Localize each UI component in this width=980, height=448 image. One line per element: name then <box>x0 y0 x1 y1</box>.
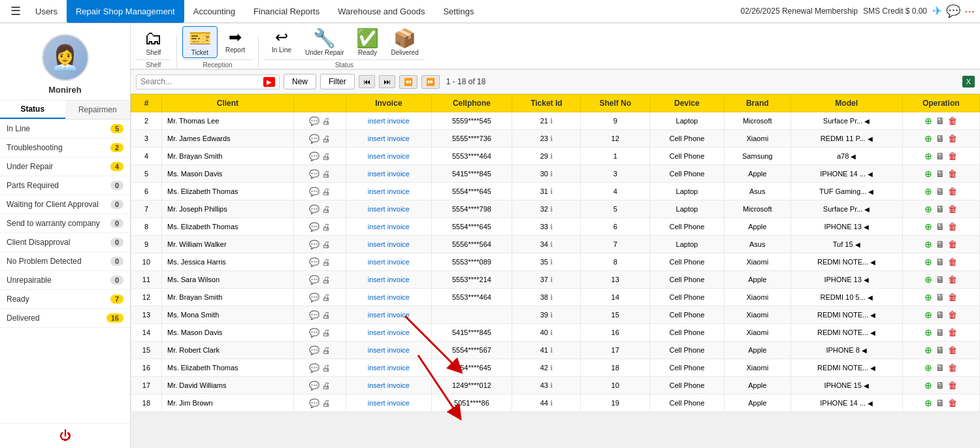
last-page-button[interactable]: ⏩ <box>421 75 440 89</box>
menu-icon[interactable]: ☰ <box>5 4 26 18</box>
delete-op-icon[interactable]: 🗑 <box>948 292 957 302</box>
print-icon[interactable]: 🖨 <box>322 169 331 179</box>
info-icon[interactable]: ℹ <box>550 276 553 283</box>
info-icon[interactable]: ℹ <box>550 258 553 266</box>
delete-op-icon[interactable]: 🗑 <box>948 239 957 249</box>
model-arrow-icon[interactable]: ◀ <box>864 206 870 213</box>
comment-icon[interactable]: 💬 <box>309 310 319 320</box>
add-op-icon[interactable]: ⊕ <box>924 168 932 179</box>
add-op-icon[interactable]: ⊕ <box>924 186 932 197</box>
screen-op-icon[interactable]: 🖥 <box>936 204 945 214</box>
info-icon[interactable]: ℹ <box>550 187 553 195</box>
sidebar-status-item[interactable]: Under Repair 4 <box>0 157 130 176</box>
new-button[interactable]: New <box>284 74 316 89</box>
print-icon[interactable]: 🖨 <box>322 257 331 267</box>
first-page-button[interactable]: ⏮ <box>359 75 375 88</box>
comment-icon[interactable]: 💬 <box>309 116 319 126</box>
prev-page-button[interactable]: ⏪ <box>399 75 417 89</box>
model-arrow-icon[interactable]: ◀ <box>868 135 873 142</box>
print-icon[interactable]: 🖨 <box>322 381 331 391</box>
model-arrow-icon[interactable]: ◀ <box>855 241 860 248</box>
info-icon[interactable]: ℹ <box>550 240 553 248</box>
info-icon[interactable]: ℹ <box>550 328 553 336</box>
sidebar-status-item[interactable]: Unrepairable 0 <box>0 271 130 290</box>
print-icon[interactable]: 🖨 <box>322 222 331 232</box>
screen-op-icon[interactable]: 🖥 <box>936 221 945 232</box>
info-icon[interactable]: ℹ <box>550 117 553 125</box>
comment-icon[interactable]: 💬 <box>309 381 319 391</box>
cell-invoice[interactable]: insert invoice <box>346 377 431 394</box>
nav-financial-reports[interactable]: Financial Reports <box>244 0 329 23</box>
add-op-icon[interactable]: ⊕ <box>924 257 932 267</box>
comment-icon[interactable]: 💬 <box>309 204 319 214</box>
cell-invoice[interactable]: insert invoice <box>346 271 431 289</box>
comment-icon[interactable]: 💬 <box>309 328 319 338</box>
print-icon[interactable]: 🖨 <box>322 363 331 373</box>
info-icon[interactable]: ℹ <box>550 223 553 231</box>
info-icon[interactable]: ℹ <box>550 381 553 389</box>
cell-invoice[interactable]: insert invoice <box>346 200 431 218</box>
sidebar-status-item[interactable]: Troubleshooting 2 <box>0 138 130 157</box>
cell-invoice[interactable]: insert invoice <box>346 359 431 377</box>
model-arrow-icon[interactable]: ◀ <box>870 259 875 266</box>
screen-op-icon[interactable]: 🖥 <box>936 116 945 126</box>
filter-button[interactable]: Filter <box>320 74 355 89</box>
toolbar-ticket[interactable]: 🎫 Ticket <box>182 26 218 58</box>
add-op-icon[interactable]: ⊕ <box>924 133 932 144</box>
cell-invoice[interactable]: insert invoice <box>346 148 431 165</box>
cell-invoice[interactable]: insert invoice <box>346 183 431 200</box>
print-icon[interactable]: 🖨 <box>322 204 331 214</box>
sidebar-status-item[interactable]: In Line 5 <box>0 120 130 138</box>
comment-icon[interactable]: 💬 <box>309 363 319 373</box>
add-op-icon[interactable]: ⊕ <box>924 362 932 373</box>
sidebar-status-item[interactable]: Send to warranty company 0 <box>0 214 130 233</box>
model-arrow-icon[interactable]: ◀ <box>868 170 873 178</box>
model-arrow-icon[interactable]: ◀ <box>864 118 870 125</box>
comment-icon[interactable]: 💬 <box>309 275 319 285</box>
print-icon[interactable]: 🖨 <box>322 275 331 285</box>
toolbar-delivered[interactable]: 📦 Delivered <box>385 26 424 58</box>
sidebar-status-item[interactable]: Ready 7 <box>0 290 130 309</box>
print-icon[interactable]: 🖨 <box>322 398 331 408</box>
telegram-icon[interactable]: ✈ <box>932 4 942 18</box>
comment-icon[interactable]: 💬 <box>309 187 319 197</box>
info-icon[interactable]: ℹ <box>550 399 553 407</box>
info-icon[interactable]: ℹ <box>550 364 553 372</box>
sidebar-status-item[interactable]: Client Disapproval 0 <box>0 233 130 252</box>
comment-icon[interactable]: 💬 <box>309 257 319 267</box>
add-op-icon[interactable]: ⊕ <box>924 116 932 126</box>
comment-icon[interactable]: 💬 <box>309 152 319 161</box>
nav-settings[interactable]: Settings <box>434 0 483 23</box>
delete-op-icon[interactable]: 🗑 <box>948 168 957 179</box>
add-op-icon[interactable]: ⊕ <box>924 292 932 302</box>
model-arrow-icon[interactable]: ◀ <box>870 312 875 319</box>
comment-icon[interactable]: 💬 <box>309 134 319 144</box>
add-op-icon[interactable]: ⊕ <box>924 398 932 408</box>
delete-op-icon[interactable]: 🗑 <box>948 345 957 355</box>
model-arrow-icon[interactable]: ◀ <box>864 382 869 389</box>
info-icon[interactable]: ℹ <box>550 346 553 354</box>
delete-op-icon[interactable]: 🗑 <box>948 310 957 320</box>
model-arrow-icon[interactable]: ◀ <box>864 276 869 283</box>
screen-op-icon[interactable]: 🖥 <box>936 151 945 161</box>
power-button[interactable]: ⏻ <box>59 429 71 443</box>
excel-export-button[interactable]: X <box>962 76 975 88</box>
add-op-icon[interactable]: ⊕ <box>924 151 932 161</box>
toolbar-report[interactable]: ➡ Report <box>218 26 253 58</box>
search-input[interactable] <box>140 77 261 86</box>
delete-op-icon[interactable]: 🗑 <box>948 116 957 126</box>
model-arrow-icon[interactable]: ◀ <box>864 223 869 231</box>
comment-icon[interactable]: 💬 <box>309 222 319 232</box>
cell-invoice[interactable]: insert invoice <box>346 306 431 324</box>
model-arrow-icon[interactable]: ◀ <box>868 294 873 301</box>
add-op-icon[interactable]: ⊕ <box>924 310 932 320</box>
screen-op-icon[interactable]: 🖥 <box>936 398 945 408</box>
cell-invoice[interactable]: insert invoice <box>346 394 431 412</box>
delete-op-icon[interactable]: 🗑 <box>948 221 957 232</box>
nav-repair-shop[interactable]: Repair Shop Management <box>67 0 184 23</box>
print-icon[interactable]: 🖨 <box>322 293 331 302</box>
screen-op-icon[interactable]: 🖥 <box>936 380 945 391</box>
cell-invoice[interactable]: insert invoice <box>346 324 431 342</box>
info-icon[interactable]: ℹ <box>550 205 553 213</box>
print-icon[interactable]: 🖨 <box>322 116 331 126</box>
